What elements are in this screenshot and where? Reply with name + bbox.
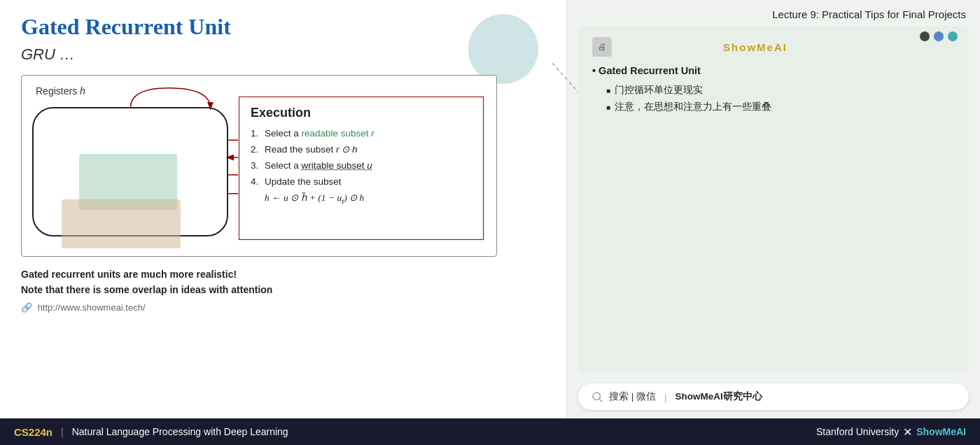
bottom-text: Gated recurrent units are much more real… (21, 267, 545, 316)
sub-bullet-1: 门控循环单位更现实 (606, 82, 955, 99)
dot-blue[interactable] (934, 31, 944, 41)
lecture-title: Lecture 9: Practical Tips for Final Proj… (772, 8, 966, 20)
cs-badge: CS224n (14, 426, 52, 438)
dot-dark[interactable] (920, 31, 930, 41)
notes-title: Gated Recurrent Unit (592, 65, 955, 76)
bottom-left: CS224n | Natural Language Processing wit… (14, 426, 288, 438)
x-separator: ✕ (903, 425, 912, 439)
search-brand: ShowMeAI研究中心 (676, 390, 762, 403)
search-divider: | (664, 392, 667, 402)
university-name: Stanford University (816, 426, 899, 437)
exec-formula: h ← u ⊙ h̃ + (1 − ut) ⊙ h (251, 190, 472, 208)
right-panel: Lecture 9: Practical Tips for Final Proj… (567, 0, 980, 418)
dot-teal[interactable] (948, 31, 958, 41)
execution-list: 1. Select a readable subset r 2. Read th… (251, 126, 472, 208)
slide-title: Gated Recurrent Unit (21, 14, 545, 40)
lecture-header: Lecture 9: Practical Tips for Final Proj… (567, 0, 980, 26)
execution-title: Execution (251, 106, 472, 120)
card-icon: 🖨 (592, 37, 612, 57)
bottom-line-1: Gated recurrent units are much more real… (21, 267, 545, 282)
bottom-bar: CS224n | Natural Language Processing wit… (0, 418, 980, 445)
showmeai-bottom: ShowMeAI (916, 426, 966, 437)
search-icon (591, 390, 603, 403)
exec-step-3: 3. Select a writable subset u (251, 158, 472, 174)
notes-content: Gated Recurrent Unit 门控循环单位更现实 注意，在思想和注意… (592, 65, 955, 116)
bottom-right: Stanford University ✕ ShowMeAI (816, 425, 966, 439)
registers-label: Registers h (36, 85, 85, 97)
exec-step-4: 4. Update the subset (251, 174, 472, 190)
diagram-container: Registers h (21, 75, 497, 257)
sub-bullets-list: 门控循环单位更现实 注意，在思想和注意力上有一些重叠 (592, 82, 955, 116)
notes-card: 🖨 ShowMeAI Gated Recurrent Unit 门控循环单位更现… (578, 26, 969, 372)
circle-decoration (468, 14, 538, 84)
search-bar[interactable]: 搜索 | 微信 | ShowMeAI研究中心 (578, 383, 969, 410)
link-url: http://www.showmeai.tech/ (38, 302, 146, 313)
link-icon: 🔗 (21, 301, 32, 316)
bottom-divider: | (61, 426, 64, 437)
svg-line-8 (599, 399, 602, 402)
showmeai-brand-card: ShowMeAI (723, 41, 788, 53)
exec-step-1: 1. Select a readable subset r (251, 126, 472, 142)
search-label: 搜索 | 微信 (609, 390, 656, 403)
course-name: Natural Language Processing with Deep Le… (72, 426, 288, 437)
execution-box: Execution 1. Select a readable subset r … (239, 97, 484, 240)
exec-step-2: 2. Read the subset r ⊙ h (251, 142, 472, 158)
card-top-bar: 🖨 ShowMeAI (592, 37, 955, 57)
slide-panel: Gated Recurrent Unit GRU … Registers h (0, 0, 567, 418)
sub-bullet-2: 注意，在思想和注意力上有一些重叠 (606, 99, 955, 115)
slide-subtitle: GRU … (21, 45, 545, 64)
link-row: 🔗 http://www.showmeai.tech/ (21, 301, 545, 316)
bottom-line-2: Note that there is some overlap in ideas… (21, 282, 545, 297)
tan-rect (62, 199, 181, 248)
memory-box (32, 107, 228, 236)
svg-point-7 (593, 393, 601, 400)
window-controls (920, 26, 958, 47)
